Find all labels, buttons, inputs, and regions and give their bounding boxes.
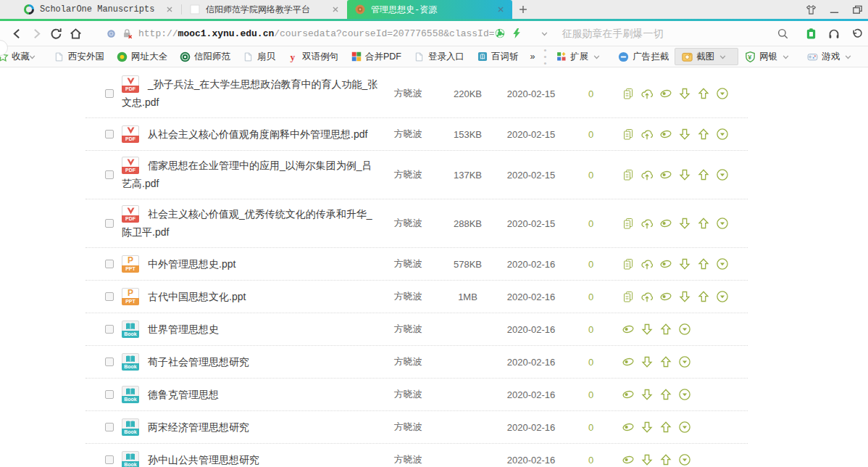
preview-action-icon[interactable] — [659, 128, 672, 141]
more-action-icon[interactable] — [716, 290, 729, 303]
more-action-icon[interactable] — [716, 168, 729, 181]
more-action-icon[interactable] — [716, 128, 729, 141]
preview-action-icon[interactable] — [659, 168, 672, 181]
file-name-cell[interactable]: Book两宋经济管理思想研究 — [122, 413, 379, 442]
move-up-action-icon[interactable] — [697, 217, 710, 230]
row-checkbox[interactable] — [105, 260, 114, 268]
row-checkbox[interactable] — [105, 219, 114, 228]
file-name-cell[interactable]: PDF儒家思想在企业管理中的应用_以海尔集团为例_吕艺高.pdf — [122, 151, 379, 199]
chevron-down-icon[interactable] — [591, 51, 603, 63]
copy-action-icon[interactable] — [622, 168, 635, 181]
address-bar[interactable]: http://mooc1.xynu.edu.cn/coursedata?cour… — [100, 24, 527, 43]
move-up-action-icon[interactable] — [659, 355, 672, 368]
more-action-icon[interactable] — [678, 388, 691, 401]
file-name-cell[interactable]: PDF_孙子兵法_在大学生思想政治教育中的育人功能_张文忠.pdf — [122, 70, 379, 117]
download-action-icon[interactable] — [640, 323, 654, 336]
file-name[interactable]: 儒家思想在企业管理中的应用_以海尔集团为例_吕艺高.pdf — [122, 160, 372, 189]
download-action-icon[interactable] — [678, 87, 691, 100]
download-action-icon[interactable] — [678, 128, 691, 141]
url-dropdown-chevron-icon[interactable] — [539, 26, 550, 41]
url-text[interactable]: http://mooc1.xynu.edu.cn/coursedata?cour… — [138, 28, 494, 39]
tab-close-icon[interactable] — [330, 4, 341, 15]
browser-tool-extensions[interactable]: 扩展 — [549, 46, 612, 67]
file-name-cell[interactable]: Book世界管理思想史 — [122, 315, 379, 344]
minimize-icon[interactable] — [827, 3, 840, 16]
browser-tool-gamepad[interactable]: 游戏 — [801, 46, 863, 67]
insecure-lock-icon[interactable] — [122, 28, 133, 39]
download-action-icon[interactable] — [640, 421, 654, 434]
preview-action-icon[interactable] — [622, 421, 635, 434]
no-trace-mode-icon[interactable] — [494, 28, 506, 39]
bookmark-item[interactable]: 百词斩 — [470, 46, 525, 67]
copy-action-icon[interactable] — [622, 257, 635, 270]
cloud-upload-action-icon[interactable] — [640, 168, 654, 181]
download-action-icon[interactable] — [678, 290, 691, 303]
more-action-icon[interactable] — [716, 87, 729, 100]
row-checkbox[interactable] — [105, 170, 114, 179]
tab-close-icon[interactable] — [495, 4, 506, 15]
more-action-icon[interactable] — [678, 453, 691, 466]
more-action-icon[interactable] — [678, 355, 691, 368]
file-name[interactable]: 德鲁克管理思想 — [148, 389, 219, 400]
copy-action-icon[interactable] — [622, 128, 635, 141]
download-action-icon[interactable] — [640, 355, 654, 368]
copy-action-icon[interactable] — [622, 290, 635, 303]
browser-tab[interactable]: 信阳师范学院网络教学平台 — [182, 0, 347, 19]
file-name[interactable]: 荀子社会管理思想研究 — [148, 356, 249, 368]
theme-shirt-icon[interactable] — [804, 3, 817, 16]
cloud-upload-action-icon[interactable] — [640, 87, 654, 100]
more-action-icon[interactable] — [678, 323, 691, 336]
tab-close-icon[interactable] — [164, 4, 175, 15]
preview-action-icon[interactable] — [659, 257, 672, 270]
home-button[interactable] — [69, 24, 83, 43]
copy-action-icon[interactable] — [622, 87, 635, 100]
bookmark-item[interactable]: 登录入口 — [407, 46, 470, 67]
row-checkbox[interactable] — [105, 455, 114, 464]
move-up-action-icon[interactable] — [659, 453, 672, 466]
row-checkbox[interactable] — [105, 292, 114, 301]
back-button[interactable] — [10, 24, 24, 43]
move-up-action-icon[interactable] — [697, 168, 710, 181]
chevron-down-icon[interactable] — [842, 51, 854, 63]
file-name[interactable]: 从社会主义核心价值观角度阐释中外管理思想.pdf — [148, 128, 367, 140]
cloud-upload-action-icon[interactable] — [640, 217, 654, 230]
move-up-action-icon[interactable] — [697, 128, 710, 141]
row-checkbox[interactable] — [105, 89, 114, 98]
preview-action-icon[interactable] — [622, 453, 635, 466]
search-input[interactable] — [562, 28, 775, 39]
row-checkbox[interactable] — [105, 358, 114, 366]
refresh-button[interactable] — [49, 24, 63, 43]
browser-tab[interactable]: ScholarOne Manuscripts — [16, 0, 181, 19]
file-name-cell[interactable]: Book孙中山公共管理思想研究 — [122, 445, 379, 467]
row-checkbox[interactable] — [105, 390, 114, 399]
file-name[interactable]: 世界管理思想史 — [148, 323, 219, 335]
preview-action-icon[interactable] — [659, 87, 672, 100]
row-checkbox[interactable] — [105, 325, 114, 334]
cloud-upload-action-icon[interactable] — [640, 128, 654, 141]
file-name[interactable]: 古代中国思想文化.ppt — [148, 291, 246, 302]
clipboard-collect-icon[interactable] — [803, 25, 819, 41]
chevron-down-icon[interactable] — [780, 51, 792, 63]
browser-tab[interactable]: 管理思想史-资源 — [347, 0, 512, 19]
file-name[interactable]: _孙子兵法_在大学生思想政治教育中的育人功能_张文忠.pdf — [122, 78, 377, 108]
file-name-cell[interactable]: PDF从社会主义核心价值观角度阐释中外管理思想.pdf — [122, 120, 379, 149]
search-icon[interactable] — [775, 26, 790, 41]
bookmark-item[interactable]: » — [525, 46, 541, 67]
file-name[interactable]: 两宋经济管理思想研究 — [148, 421, 249, 433]
row-checkbox[interactable] — [105, 423, 114, 431]
file-name[interactable]: 孙中山公共管理思想研究 — [148, 454, 259, 466]
bookmark-item[interactable]: y双语例句 — [281, 46, 344, 67]
move-up-action-icon[interactable] — [697, 290, 710, 303]
file-name-cell[interactable]: PDF社会主义核心价值观_优秀传统文化的传承和升华_陈卫平.pdf — [122, 199, 379, 247]
preview-action-icon[interactable] — [659, 217, 672, 230]
undo-closed-tab-icon[interactable] — [849, 25, 865, 41]
search-box[interactable] — [562, 24, 790, 43]
listen-mode-headphones-icon[interactable] — [826, 25, 842, 41]
browser-tool-ad-block[interactable]: 广告拦截 — [612, 46, 675, 67]
preview-action-icon[interactable] — [622, 388, 635, 401]
download-action-icon[interactable] — [678, 168, 691, 181]
file-name-cell[interactable]: PPPT古代中国思想文化.ppt — [122, 282, 379, 312]
site-info-icon[interactable] — [106, 28, 117, 39]
new-tab-button[interactable] — [512, 0, 534, 19]
more-action-icon[interactable] — [716, 217, 729, 230]
